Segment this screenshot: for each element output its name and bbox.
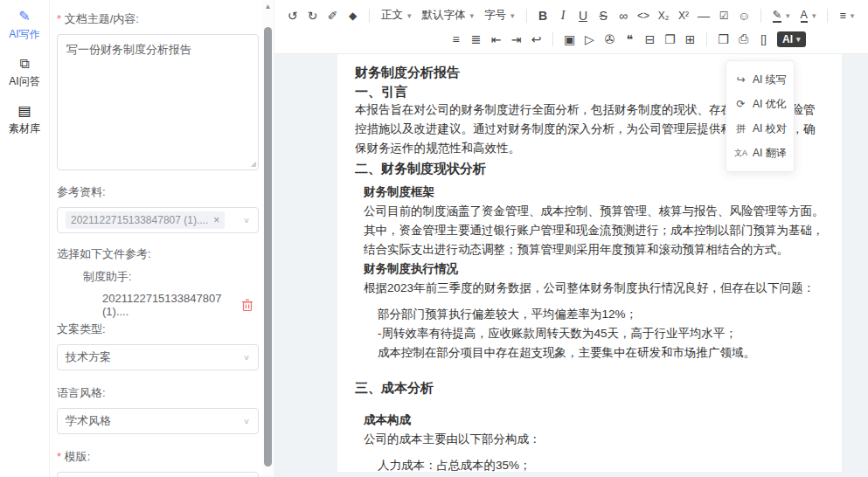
scrollbar-thumb[interactable] [264,27,272,467]
horizontal-rule-icon[interactable]: — [695,6,713,25]
template-select[interactable]: 通用模板 ∨ ✓ [57,472,259,477]
nav-item-ai-qa[interactable]: ⧉ AI问答 [9,56,39,89]
toolbar-row-2: ≡ ≣ ⇤ ⇥ ↩ ▣ ▷ ✇ ❝ ⊟ ❐ ⊞ ❒ ⎙ [] AI ▾ [447,27,863,51]
inline-code-icon[interactable]: <> [635,6,653,25]
font-family-select[interactable]: 默认字体 ▾ [418,6,479,25]
style-select-value: 学术风格 [66,413,111,429]
issue-item: 成本控制在部分项目中存在超支现象，主要集中在研发和市场推广领域。 [378,343,824,363]
type-label: 文案类型: [57,321,259,337]
menu-item-label: AI 优化 [753,97,787,112]
bold-icon[interactable]: B [534,6,552,25]
type-select[interactable]: 技术方案 ∨ [57,344,259,370]
left-nav: ✎ AI写作 ⧉ AI问答 ▤ 素材库 [0,0,50,477]
table-icon[interactable]: ⊞ [681,30,699,49]
toolbar-separator [706,32,707,46]
emoji-icon[interactable]: ☺ [735,6,753,25]
toolbar-separator [760,9,761,23]
font-color-button[interactable]: A ▾ [796,6,821,25]
highlight-pen-icon: ✎ [773,9,781,23]
reference-select[interactable]: 2021122715133847807 (1).... × ∨ [57,207,259,233]
highlight-color-button[interactable]: ✎ ▾ [768,6,795,25]
link-icon[interactable]: ∞ [615,6,633,25]
cost-list: 人力成本：占总成本的35%； [355,456,824,472]
ai-menu-button[interactable]: AI ▾ [777,31,806,47]
image-icon[interactable]: ▣ [560,30,579,49]
menu-item-label: AI 校对 [753,121,787,136]
menu-item-ai-proofread[interactable]: 拼 AI 校对 [726,116,794,141]
caret-down-icon: ▾ [786,11,790,20]
issue-item: -周转效率有待提高，应收账款周转天数为45天，高于行业平均水平； [378,324,824,343]
section-3-heading: 三、成本分析 [355,378,824,397]
fullscreen-icon[interactable]: [] [754,30,773,49]
subscript-icon[interactable]: X₂ [655,6,673,25]
menu-item-ai-translate[interactable]: 文A AI 翻译 [726,141,794,165]
toolbar-separator [827,9,828,23]
font-family-value: 默认字体 [422,8,466,23]
nav-item-ai-writing[interactable]: ✎ AI写作 [9,9,39,42]
topic-textarea[interactable] [57,34,259,170]
section-3-sub-1-heading: 成本构成 [364,411,824,430]
strikethrough-icon[interactable]: S [594,6,613,25]
menu-item-ai-optimize[interactable]: ⟳ AI 优化 [726,92,794,116]
ordered-list-icon[interactable]: ≣ [467,30,485,49]
preview-panel-icon[interactable]: ❒ [714,30,733,49]
eraser-icon[interactable]: ◆ [344,6,362,25]
print-icon[interactable]: ⎙ [734,30,753,49]
app-window: ✎ AI写作 ⧉ AI问答 ▤ 素材库 文档主题/内容: ◢ 参考资料: 202… [0,0,868,477]
topic-label: 文档主题/内容: [57,11,259,27]
toolbar-separator [552,32,553,46]
file-select-label: 选择如下文件参考: [57,246,259,262]
paragraph-style-value: 正文 [381,8,403,23]
toolbar-row-1: ↺ ↻ ✐ ◆ 正文 ▾ 默认字体 ▾ 字号 ▾ B I [283,3,863,27]
undo-icon[interactable]: ↺ [283,6,302,25]
reference-tag-text: 2021122715133847807 (1).... [71,214,208,226]
font-color-icon: A [801,9,808,23]
section-2-sub-2-heading: 财务制度执行情况 [364,259,824,279]
nav-item-material-library[interactable]: ▤ 素材库 [9,103,40,136]
library-icon: ▤ [17,103,31,119]
trash-icon[interactable] [241,299,253,312]
superscript-icon[interactable]: X² [675,6,693,25]
chevron-down-icon: ∨ [243,353,250,362]
bullet-list-icon[interactable]: ≡ [447,30,465,49]
cost-item: 人力成本：占总成本的35%； [378,456,824,472]
style-select[interactable]: 学术风格 ∨ [57,408,259,434]
format-painter-icon[interactable]: ✐ [323,6,342,25]
italic-icon[interactable]: I [554,6,573,25]
caret-down-icon: ▾ [851,11,855,20]
font-size-select[interactable]: 字号 ▾ [480,6,519,25]
code-block-icon[interactable]: ❐ [661,30,679,49]
scroll-up-icon[interactable]: ▲ [262,3,274,10]
nav-item-label: 素材库 [9,121,40,136]
ai-dropdown-menu: ↪ AI 续写 ⟳ AI 优化 拼 AI 校对 文A AI 翻译 [726,60,795,172]
blockquote-icon[interactable]: ❝ [621,30,639,49]
outdent-icon[interactable]: ⇤ [487,30,505,49]
type-select-value: 技术方案 [66,349,111,365]
file-name: 2021122715133847807 (1).... [102,292,241,318]
section-2-sub-1-heading: 财务制度框架 [364,183,824,202]
ai-translate-icon: 文A [734,148,747,159]
ai-proofread-icon: 拼 [734,122,747,135]
style-label: 语言风格: [57,385,259,401]
ai-optimize-icon: ⟳ [734,98,747,110]
divider-icon[interactable]: ⊟ [641,30,659,49]
file-row: 2021122715133847807 (1).... [102,292,259,318]
menu-item-label: AI 翻译 [753,146,787,161]
redo-icon[interactable]: ↻ [303,6,322,25]
menu-item-ai-continue[interactable]: ↪ AI 续写 [726,67,794,92]
tag-close-icon[interactable]: × [213,214,219,226]
paragraph-style-select[interactable]: 正文 ▾ [377,6,416,25]
section-2-sub-1-body: 公司目前的制度涵盖了资金管理、成本控制、预算管理、核算与报告、风险管理等方面。其… [364,202,824,259]
nav-item-label: AI写作 [9,27,39,42]
reference-tag: 2021122715133847807 (1).... × [66,211,225,229]
task-checkbox-icon[interactable]: ☑ [715,6,733,25]
underline-icon[interactable]: U [574,6,593,25]
line-break-icon[interactable]: ↩ [527,30,545,49]
font-size-value: 字号 [484,8,506,23]
align-button[interactable]: ≡ ▾ [835,6,858,25]
attachment-icon[interactable]: ✇ [601,30,619,49]
align-icon: ≡ [839,10,845,22]
caret-down-icon: ▾ [812,11,816,20]
indent-icon[interactable]: ⇥ [507,30,525,49]
video-icon[interactable]: ▷ [580,30,599,49]
